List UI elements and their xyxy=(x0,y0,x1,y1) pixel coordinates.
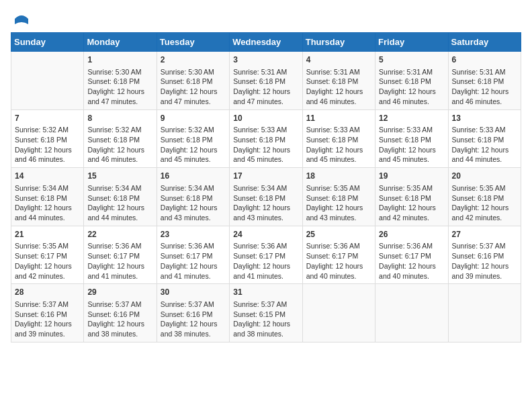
cell-line: Sunset: 6:18 PM xyxy=(87,193,152,203)
day-number: 1 xyxy=(87,54,152,66)
calendar-cell: 25Sunrise: 5:36 AMSunset: 6:17 PMDayligh… xyxy=(302,226,375,284)
cell-line: and 43 minutes. xyxy=(233,213,298,223)
cell-line: and 44 minutes. xyxy=(15,213,80,223)
header-day: Monday xyxy=(84,33,157,52)
day-number: 21 xyxy=(15,229,80,240)
cell-line: Sunrise: 5:32 AM xyxy=(87,125,152,135)
cell-line: Sunset: 6:18 PM xyxy=(452,77,517,87)
calendar-cell: 22Sunrise: 5:36 AMSunset: 6:17 PMDayligh… xyxy=(84,226,157,284)
calendar-cell: 4Sunrise: 5:31 AMSunset: 6:18 PMDaylight… xyxy=(302,52,375,110)
cell-line: Sunset: 6:17 PM xyxy=(161,251,226,261)
day-number: 6 xyxy=(452,54,517,66)
cell-line: Sunrise: 5:36 AM xyxy=(87,241,152,251)
cell-line: Sunset: 6:16 PM xyxy=(15,310,80,320)
cell-line: Sunset: 6:17 PM xyxy=(233,251,298,261)
cell-line: Sunrise: 5:35 AM xyxy=(306,183,371,193)
cell-line: Sunset: 6:18 PM xyxy=(161,135,226,145)
cell-line: Sunset: 6:17 PM xyxy=(306,251,371,261)
cell-line: Sunset: 6:18 PM xyxy=(87,135,152,145)
calendar-cell: 11Sunrise: 5:33 AMSunset: 6:18 PMDayligh… xyxy=(302,109,375,168)
cell-line: and 43 minutes. xyxy=(306,213,371,223)
cell-line: Daylight: 12 hours xyxy=(452,203,517,213)
day-number: 25 xyxy=(306,229,371,240)
calendar-cell: 8Sunrise: 5:32 AMSunset: 6:18 PMDaylight… xyxy=(84,109,157,168)
cell-line: and 47 minutes. xyxy=(161,97,226,107)
cell-line: Sunrise: 5:35 AM xyxy=(379,183,444,193)
logo-icon xyxy=(13,11,30,27)
cell-line: and 41 minutes. xyxy=(233,271,298,281)
day-number: 9 xyxy=(161,113,226,124)
cell-line: Daylight: 12 hours xyxy=(161,203,226,213)
cell-line: and 47 minutes. xyxy=(87,97,152,107)
calendar-cell: 31Sunrise: 5:37 AMSunset: 6:15 PMDayligh… xyxy=(230,284,302,342)
cell-line: Sunset: 6:18 PM xyxy=(15,193,80,203)
cell-line: Sunrise: 5:36 AM xyxy=(379,241,444,251)
day-number: 3 xyxy=(233,54,298,66)
day-number: 27 xyxy=(452,229,517,240)
cell-line: Sunset: 6:18 PM xyxy=(233,193,298,203)
cell-line: Sunset: 6:17 PM xyxy=(87,251,152,261)
calendar-cell: 10Sunrise: 5:33 AMSunset: 6:18 PMDayligh… xyxy=(230,109,302,168)
cell-line: and 41 minutes. xyxy=(161,271,226,281)
header-day: Wednesday xyxy=(230,33,302,52)
cell-line: Daylight: 12 hours xyxy=(306,261,371,271)
day-number: 4 xyxy=(306,54,371,66)
cell-line: Sunset: 6:18 PM xyxy=(233,135,298,145)
day-number: 31 xyxy=(233,287,298,298)
cell-line: and 38 minutes. xyxy=(87,329,152,339)
calendar-cell xyxy=(11,52,84,110)
cell-line: Sunset: 6:18 PM xyxy=(87,77,152,87)
calendar-cell: 16Sunrise: 5:34 AMSunset: 6:18 PMDayligh… xyxy=(157,168,229,226)
calendar-row: 7Sunrise: 5:32 AMSunset: 6:18 PMDaylight… xyxy=(11,109,521,168)
day-number: 23 xyxy=(161,229,226,240)
cell-line: and 40 minutes. xyxy=(379,271,444,281)
cell-line: Sunrise: 5:30 AM xyxy=(161,67,226,77)
cell-line: Sunset: 6:17 PM xyxy=(15,251,80,261)
cell-line: Sunset: 6:18 PM xyxy=(379,77,444,87)
day-number: 29 xyxy=(87,287,152,298)
header-row: SundayMondayTuesdayWednesdayThursdayFrid… xyxy=(11,33,521,52)
cell-line: and 46 minutes. xyxy=(306,97,371,107)
cell-line: Sunset: 6:18 PM xyxy=(15,135,80,145)
cell-line: Sunset: 6:16 PM xyxy=(87,310,152,320)
cell-line: Sunset: 6:16 PM xyxy=(161,310,226,320)
cell-line: Sunrise: 5:37 AM xyxy=(87,300,152,310)
day-number: 16 xyxy=(161,171,226,182)
cell-line: and 39 minutes. xyxy=(15,329,80,339)
cell-line: Sunset: 6:17 PM xyxy=(379,251,444,261)
cell-line: Daylight: 12 hours xyxy=(452,261,517,271)
cell-line: Sunset: 6:18 PM xyxy=(379,193,444,203)
day-number: 7 xyxy=(15,113,80,124)
header-day: Sunday xyxy=(11,33,84,52)
cell-line: Sunrise: 5:33 AM xyxy=(452,125,517,135)
calendar-cell xyxy=(375,284,448,342)
cell-line: Daylight: 12 hours xyxy=(87,319,152,329)
cell-line: Sunrise: 5:33 AM xyxy=(379,125,444,135)
calendar-cell: 19Sunrise: 5:35 AMSunset: 6:18 PMDayligh… xyxy=(375,168,448,226)
calendar-cell: 29Sunrise: 5:37 AMSunset: 6:16 PMDayligh… xyxy=(84,284,157,342)
cell-line: Sunrise: 5:31 AM xyxy=(452,67,517,77)
cell-line: Sunset: 6:18 PM xyxy=(306,193,371,203)
day-number: 19 xyxy=(379,171,444,182)
calendar-row: 1Sunrise: 5:30 AMSunset: 6:18 PMDaylight… xyxy=(11,52,521,110)
cell-line: Sunset: 6:18 PM xyxy=(161,193,226,203)
cell-line: Sunrise: 5:33 AM xyxy=(233,125,298,135)
cell-line: Daylight: 12 hours xyxy=(15,145,80,155)
calendar-cell: 9Sunrise: 5:32 AMSunset: 6:18 PMDaylight… xyxy=(157,109,229,168)
cell-line: and 45 minutes. xyxy=(306,154,371,165)
cell-line: and 41 minutes. xyxy=(87,271,152,281)
cell-line: Sunrise: 5:37 AM xyxy=(161,300,226,310)
calendar-cell: 5Sunrise: 5:31 AMSunset: 6:18 PMDaylight… xyxy=(375,52,448,110)
cell-line: Daylight: 12 hours xyxy=(233,261,298,271)
day-number: 18 xyxy=(306,171,371,182)
day-number: 8 xyxy=(87,113,152,124)
cell-line: Sunrise: 5:37 AM xyxy=(15,300,80,310)
cell-line: Sunset: 6:16 PM xyxy=(452,251,517,261)
calendar-cell: 2Sunrise: 5:30 AMSunset: 6:18 PMDaylight… xyxy=(157,52,229,110)
day-number: 14 xyxy=(15,171,80,182)
calendar-cell: 13Sunrise: 5:33 AMSunset: 6:18 PMDayligh… xyxy=(448,109,521,168)
cell-line: Daylight: 12 hours xyxy=(452,145,517,155)
cell-line: Daylight: 12 hours xyxy=(87,145,152,155)
cell-line: Daylight: 12 hours xyxy=(15,261,80,271)
calendar-cell: 20Sunrise: 5:35 AMSunset: 6:18 PMDayligh… xyxy=(448,168,521,226)
